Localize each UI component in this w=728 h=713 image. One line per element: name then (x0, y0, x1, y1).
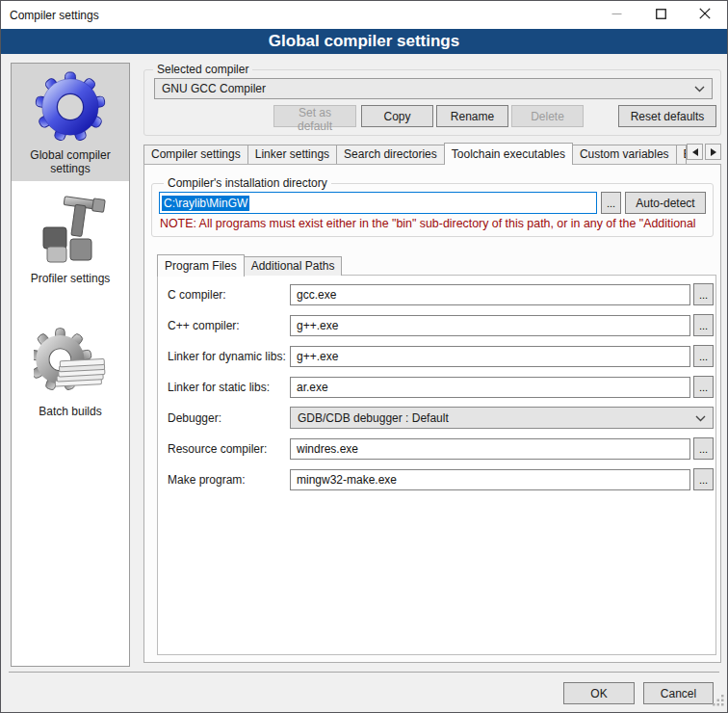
window-title: Compiler settings (1, 9, 99, 22)
titlebar: Compiler settings (1, 1, 727, 29)
installation-directory-row: C:\raylib\MinGW ... Auto-detect (159, 192, 706, 214)
browse-static-linker-button[interactable]: ... (693, 376, 714, 398)
maximize-icon (656, 9, 666, 22)
resource-compiler-label: Resource compiler: (168, 442, 290, 456)
tab-program-files[interactable]: Program Files (157, 254, 245, 277)
browse-directory-button[interactable]: ... (601, 192, 621, 214)
debugger-row: Debugger: GDB/CDB debugger : Default (168, 407, 714, 429)
sidebar-item-label: Global compiler settings (13, 148, 127, 175)
installation-directory-group: Compiler's installation directory C:\ray… (151, 176, 714, 237)
tab-additional-paths[interactable]: Additional Paths (244, 256, 343, 276)
delete-button: Delete (511, 105, 584, 127)
ok-button[interactable]: OK (563, 682, 635, 704)
selected-compiler-value: GNU GCC Compiler (162, 82, 694, 95)
chevron-down-icon (694, 82, 705, 95)
installation-directory-selected-text: C:\raylib\MinGW (162, 196, 249, 211)
c-compiler-row: C compiler: ... (168, 283, 714, 305)
minimize-icon (611, 9, 622, 22)
c-compiler-input[interactable] (290, 284, 690, 305)
program-files-tab-bar: Program Files Additional Paths (157, 254, 720, 276)
browse-resource-compiler-button[interactable]: ... (693, 437, 714, 460)
blue-gear-icon (35, 71, 106, 145)
browse-c-compiler-button[interactable]: ... (693, 283, 714, 305)
triangle-left-icon (692, 145, 698, 159)
debugger-value: GDB/CDB debugger : Default (298, 411, 695, 425)
dynamic-linker-row: Linker for dynamic libs: ... (168, 345, 714, 367)
chevron-down-icon (695, 411, 706, 425)
static-linker-input[interactable] (290, 377, 690, 398)
debugger-label: Debugger: (168, 411, 290, 425)
cancel-button[interactable]: Cancel (643, 682, 714, 704)
reset-defaults-button[interactable]: Reset defaults (618, 105, 716, 127)
resize-grip-icon[interactable] (713, 695, 724, 709)
compiler-settings-dialog: Compiler settings Global compiler settin… (0, 0, 728, 713)
profiler-caliper-icon (34, 193, 107, 269)
main-content: Selected compiler GNU GCC Compiler Set a… (143, 55, 721, 663)
caption-buttons (594, 1, 727, 29)
make-program-input[interactable] (290, 469, 690, 490)
rename-button[interactable]: Rename (436, 105, 508, 127)
minimize-button[interactable] (594, 1, 638, 29)
resource-compiler-input[interactable] (290, 438, 690, 460)
tab-search-directories[interactable]: Search directories (336, 145, 445, 164)
tab-compiler-settings[interactable]: Compiler settings (143, 145, 248, 164)
browse-cpp-compiler-button[interactable]: ... (693, 314, 714, 336)
cpp-compiler-row: C++ compiler: ... (168, 314, 714, 336)
page-title: Global compiler settings (1, 29, 727, 54)
selected-compiler-group: Selected compiler GNU GCC Compiler Set a… (143, 63, 721, 136)
sidebar-item-label: Profiler settings (31, 272, 111, 285)
dialog-footer: OK Cancel (563, 682, 714, 704)
sidebar-item-global-compiler-settings[interactable]: Global compiler settings (12, 64, 129, 181)
static-linker-row: Linker for static libs: ... (168, 376, 714, 398)
auto-detect-button[interactable]: Auto-detect (625, 192, 706, 214)
batch-builds-gear-stack-icon (34, 326, 107, 402)
tab-custom-variables[interactable]: Custom variables (572, 145, 677, 164)
tab-toolchain-executables[interactable]: Toolchain executables (444, 143, 573, 165)
resource-compiler-row: Resource compiler: ... (168, 437, 714, 460)
tab-build-options[interactable]: Builc (676, 145, 687, 164)
selected-compiler-group-label: Selected compiler (153, 63, 252, 76)
tab-scroll-left-button[interactable] (687, 144, 703, 160)
close-button[interactable] (683, 1, 727, 29)
program-files-page: C compiler: ... C++ compiler: ... Linker… (157, 275, 716, 655)
copy-button[interactable]: Copy (361, 105, 433, 127)
settings-category-sidebar: Global compiler settings (11, 63, 130, 667)
tab-linker-settings[interactable]: Linker settings (247, 145, 337, 164)
installation-directory-input[interactable]: C:\raylib\MinGW (159, 192, 597, 214)
browse-dynamic-linker-button[interactable]: ... (693, 345, 714, 367)
cpp-compiler-input[interactable] (290, 315, 690, 336)
triangle-right-icon (711, 145, 716, 159)
sidebar-item-batch-builds[interactable]: Batch builds (12, 318, 129, 424)
compiler-actions-row: Set as default Copy Rename Delete Reset … (148, 105, 716, 127)
make-program-row: Make program: ... (168, 468, 714, 490)
sidebar-item-label: Batch builds (39, 405, 101, 418)
cpp-compiler-label: C++ compiler: (168, 319, 290, 332)
set-as-default-button: Set as default (273, 105, 356, 127)
dynamic-linker-label: Linker for dynamic libs: (168, 350, 290, 363)
debugger-dropdown[interactable]: GDB/CDB debugger : Default (290, 407, 714, 429)
static-linker-label: Linker for static libs: (168, 381, 290, 394)
maximize-button[interactable] (638, 1, 683, 29)
make-program-label: Make program: (168, 473, 290, 487)
installation-directory-group-label: Compiler's installation directory (164, 176, 331, 190)
c-compiler-label: C compiler: (168, 288, 290, 302)
note-text: NOTE: All programs must exist either in … (160, 217, 705, 230)
sidebar-item-profiler-settings[interactable]: Profiler settings (12, 181, 129, 291)
tab-scroll-arrows (687, 144, 721, 160)
selected-compiler-dropdown[interactable]: GNU GCC Compiler (154, 78, 713, 99)
browse-make-program-button[interactable]: ... (693, 468, 714, 490)
toolchain-executables-page: Compiler's installation directory C:\ray… (143, 164, 721, 663)
settings-tab-bar: Compiler settings Linker settings Search… (143, 142, 721, 164)
close-icon (699, 8, 711, 22)
tab-scroll-right-button[interactable] (705, 144, 721, 160)
dynamic-linker-input[interactable] (290, 346, 690, 367)
footer-divider (9, 672, 719, 673)
